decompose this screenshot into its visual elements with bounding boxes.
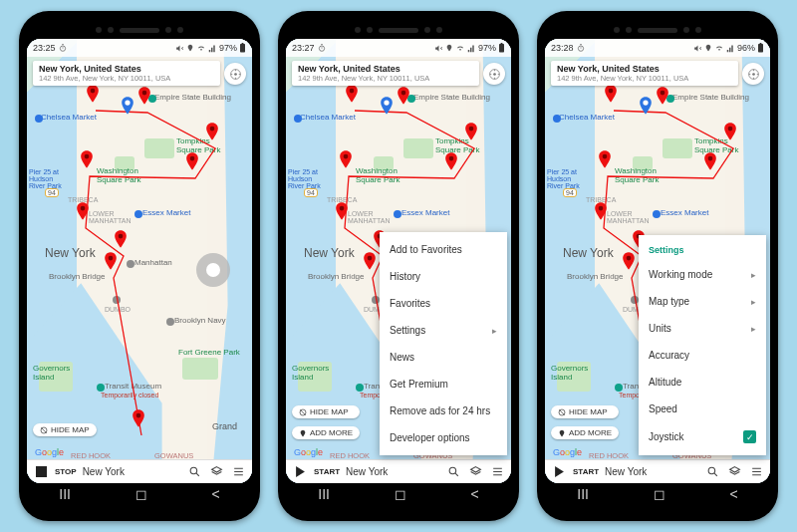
map-pin[interactable] bbox=[339, 150, 353, 164]
map-pin[interactable] bbox=[723, 123, 737, 136]
location-searchbox[interactable]: New York, United States 142 9th Ave, New… bbox=[551, 61, 738, 86]
menu-item[interactable]: Remove ads for 24 hrs bbox=[380, 398, 507, 424]
add-more-chip[interactable]: ADD MORE bbox=[551, 426, 619, 439]
location-text: New York bbox=[83, 466, 180, 477]
svg-point-7 bbox=[190, 156, 195, 161]
map-pin[interactable] bbox=[363, 252, 377, 266]
map-pin[interactable] bbox=[114, 230, 128, 244]
menu-item[interactable]: Joystick✓ bbox=[639, 422, 766, 451]
google-logo: Google bbox=[35, 447, 64, 457]
svg-point-21 bbox=[350, 89, 355, 94]
map-pin[interactable] bbox=[76, 202, 90, 216]
location-text: New York bbox=[346, 466, 439, 477]
stop-button[interactable] bbox=[33, 464, 49, 480]
menu-item[interactable]: History bbox=[380, 263, 507, 290]
menu-item[interactable]: Speed bbox=[639, 396, 766, 422]
map-pin[interactable] bbox=[598, 150, 612, 164]
status-bar: 23:27 97% bbox=[286, 39, 511, 57]
hide-map-chip[interactable]: HIDE MAP bbox=[292, 405, 360, 418]
compass-button[interactable] bbox=[483, 63, 505, 85]
menu-icon[interactable] bbox=[748, 464, 764, 480]
settings-submenu: SettingsWorking mode▸Map type▸Units▸Accu… bbox=[639, 235, 766, 455]
svg-point-5 bbox=[210, 127, 215, 132]
map-pin[interactable] bbox=[444, 152, 458, 166]
menu-item[interactable]: Favorites bbox=[380, 290, 507, 317]
menu-icon[interactable] bbox=[489, 464, 505, 480]
layers-icon[interactable] bbox=[208, 464, 224, 480]
nav-recents[interactable]: III bbox=[318, 486, 330, 502]
map-pin[interactable] bbox=[335, 202, 349, 216]
menu-item[interactable]: Add to Favorites bbox=[380, 236, 507, 263]
search-icon[interactable] bbox=[186, 464, 202, 480]
menu-item[interactable]: Accuracy bbox=[639, 342, 766, 369]
map-pin[interactable] bbox=[185, 152, 199, 166]
map-pin[interactable] bbox=[205, 123, 219, 136]
map-pin[interactable] bbox=[345, 85, 359, 99]
nav-back[interactable]: < bbox=[211, 486, 219, 502]
layers-icon[interactable] bbox=[726, 464, 742, 480]
nav-recents[interactable]: III bbox=[59, 486, 71, 502]
phone-frame: 23:27 97% Empire State Building Chelsea … bbox=[278, 11, 519, 521]
search-icon[interactable] bbox=[445, 464, 461, 480]
map-pin[interactable] bbox=[464, 123, 478, 136]
play-button[interactable] bbox=[551, 464, 567, 480]
add-more-chip[interactable]: ADD MORE bbox=[292, 426, 360, 439]
svg-point-28 bbox=[368, 256, 373, 261]
map-pin-current[interactable] bbox=[380, 97, 394, 111]
menu-item[interactable]: Settings▸ bbox=[380, 317, 507, 344]
svg-point-42 bbox=[708, 156, 713, 161]
status-battery: 97% bbox=[478, 43, 496, 53]
menu-item[interactable]: News bbox=[380, 344, 507, 371]
svg-point-49 bbox=[752, 73, 755, 76]
svg-rect-36 bbox=[758, 44, 763, 53]
checkbox-checked-icon[interactable]: ✓ bbox=[743, 430, 756, 443]
nav-home[interactable]: ◻ bbox=[135, 486, 147, 502]
map-pin[interactable] bbox=[80, 150, 94, 164]
nav-back[interactable]: < bbox=[470, 486, 478, 502]
menu-icon[interactable] bbox=[230, 464, 246, 480]
svg-point-3 bbox=[91, 89, 96, 94]
menu-item[interactable]: Get Premium bbox=[380, 371, 507, 398]
nav-recents[interactable]: III bbox=[577, 486, 589, 502]
map-pin[interactable] bbox=[594, 202, 608, 216]
map-pin[interactable] bbox=[132, 409, 145, 423]
map-pin[interactable] bbox=[656, 87, 669, 101]
compass-button[interactable] bbox=[742, 63, 764, 85]
svg-point-40 bbox=[728, 127, 733, 132]
layers-icon[interactable] bbox=[467, 464, 483, 480]
play-button[interactable] bbox=[292, 464, 308, 480]
map-pin-current[interactable] bbox=[121, 97, 134, 111]
nav-home[interactable]: ◻ bbox=[395, 486, 406, 502]
svg-rect-37 bbox=[760, 43, 762, 44]
menu-item[interactable]: Units▸ bbox=[639, 315, 766, 342]
svg-point-6 bbox=[85, 154, 90, 159]
map-pin[interactable] bbox=[137, 87, 151, 101]
compass-button[interactable] bbox=[224, 63, 246, 85]
nav-back[interactable]: < bbox=[729, 486, 737, 502]
svg-point-41 bbox=[603, 154, 608, 159]
menu-item[interactable]: Altitude bbox=[639, 369, 766, 396]
map-pin[interactable] bbox=[604, 85, 618, 99]
map-pin[interactable] bbox=[104, 252, 118, 266]
map-pin[interactable] bbox=[622, 252, 636, 266]
joystick-control[interactable] bbox=[196, 253, 230, 287]
menu-item[interactable]: Developer options bbox=[380, 424, 507, 451]
menu-item[interactable]: Map type▸ bbox=[639, 288, 766, 315]
map-pin-current[interactable] bbox=[639, 97, 653, 111]
svg-rect-19 bbox=[499, 44, 504, 53]
location-searchbox[interactable]: New York, United States 142 9th Ave, New… bbox=[33, 61, 220, 86]
phone-frame: 23:25 97% Empire State Building Chelsea … bbox=[19, 11, 260, 521]
hide-map-chip[interactable]: HIDE MAP bbox=[33, 423, 97, 436]
nav-home[interactable]: ◻ bbox=[654, 486, 665, 502]
svg-point-8 bbox=[81, 206, 86, 211]
map-pin[interactable] bbox=[703, 152, 717, 166]
map-pin[interactable] bbox=[397, 87, 410, 101]
svg-point-14 bbox=[234, 73, 237, 76]
search-icon[interactable] bbox=[704, 464, 720, 480]
hide-map-chip[interactable]: HIDE MAP bbox=[551, 405, 619, 418]
status-bar: 23:28 96% bbox=[545, 39, 770, 57]
menu-item[interactable]: Working mode▸ bbox=[639, 261, 766, 288]
map-pin[interactable] bbox=[86, 85, 100, 99]
options-menu: Add to FavoritesHistoryFavoritesSettings… bbox=[380, 232, 507, 455]
location-searchbox[interactable]: New York, United States 142 9th Ave, New… bbox=[292, 61, 479, 86]
